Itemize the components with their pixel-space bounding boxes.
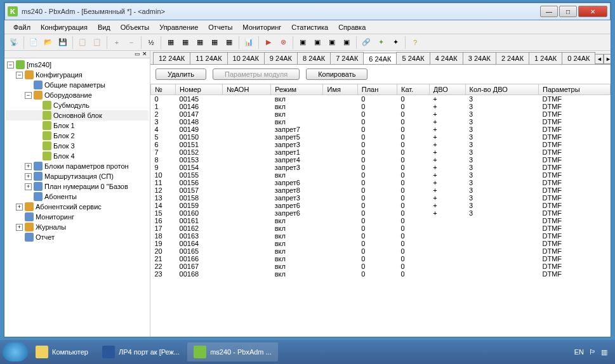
menu-Объекты[interactable]: Объекты: [116, 22, 154, 33]
table-wrap[interactable]: №Номер№АОНРежимИмяПланКат.ДВОКол-во ДВОП…: [150, 84, 611, 337]
sort-icon[interactable]: ½: [144, 36, 158, 49]
grid2-icon[interactable]: ▦: [178, 36, 192, 49]
tree-mainblock[interactable]: Основной блок: [53, 112, 102, 119]
tree-bpp[interactable]: Блоки параметров протон: [44, 162, 129, 170]
expand-icon[interactable]: +: [25, 173, 32, 180]
chart-icon[interactable]: 📊: [242, 36, 256, 49]
win4-icon[interactable]: ▣: [340, 36, 354, 49]
col-header[interactable]: ДВО: [429, 84, 465, 95]
tab[interactable]: 0 24АК: [562, 52, 595, 64]
tree-sub[interactable]: Субмодуль: [53, 101, 89, 109]
start-button[interactable]: [3, 342, 28, 361]
col-header[interactable]: Номер: [176, 84, 223, 95]
language-indicator[interactable]: EN: [574, 348, 584, 356]
tree-root[interactable]: [ms240]: [27, 61, 51, 68]
paste-icon[interactable]: 📋: [90, 36, 104, 49]
expand-icon[interactable]: +: [25, 183, 32, 190]
tab[interactable]: 11 24АК: [190, 52, 227, 64]
col-header[interactable]: Имя: [323, 84, 357, 95]
tool-icon[interactable]: 📡: [7, 36, 21, 49]
tree[interactable]: −[ms240] −Конфигурация Общие параметры −…: [4, 58, 150, 244]
win3-icon[interactable]: ▣: [325, 36, 339, 49]
save-icon[interactable]: 💾: [56, 36, 70, 49]
col-header[interactable]: Кат.: [397, 84, 430, 95]
tab[interactable]: 6 24АК: [363, 53, 397, 65]
close-button[interactable]: ✕: [578, 6, 607, 17]
tab[interactable]: 1 24АК: [529, 52, 562, 64]
table-row[interactable]: 2000165вкл00DTMF: [151, 247, 611, 255]
menu-Мониторинг[interactable]: Мониторинг: [237, 22, 286, 33]
task-computer[interactable]: Компьютер: [29, 342, 95, 361]
grid5-icon[interactable]: ▦: [222, 36, 236, 49]
tree-rep[interactable]: Отчет: [36, 233, 55, 241]
col-header[interactable]: №АОН: [222, 84, 270, 95]
tree-config[interactable]: Конфигурация: [36, 71, 83, 79]
table-row[interactable]: 300148вкл00+3DTMF: [151, 118, 611, 126]
tab[interactable]: 9 24АК: [264, 52, 298, 64]
task-pbxadm[interactable]: ms240 - PbxAdm ...: [187, 342, 278, 361]
delete-button[interactable]: Удалить: [155, 68, 206, 80]
col-header[interactable]: Кол-во ДВО: [465, 84, 538, 95]
run-icon[interactable]: ▶: [261, 36, 275, 49]
menu-Отчеты[interactable]: Отчеты: [203, 22, 237, 33]
table-row[interactable]: 1800163вкл00DTMF: [151, 232, 611, 240]
tree-equip[interactable]: Оборудование: [44, 91, 92, 99]
tree-jrn[interactable]: Журналы: [36, 223, 66, 231]
table-row[interactable]: 1400159запрет600+3DTMF: [151, 202, 611, 209]
tree-block2[interactable]: Блок 2: [53, 132, 75, 140]
collapse-icon[interactable]: −: [16, 72, 23, 79]
col-header[interactable]: Параметры: [538, 84, 610, 95]
menu-Вид[interactable]: Вид: [93, 22, 116, 33]
menu-Справка[interactable]: Справка: [333, 22, 371, 33]
add-icon[interactable]: +: [110, 36, 124, 49]
minimize-button[interactable]: —: [540, 6, 558, 17]
tab-next[interactable]: ►: [604, 54, 611, 64]
collapse-icon[interactable]: −: [7, 62, 14, 68]
table-row[interactable]: 800153запрет400+3DTMF: [151, 156, 611, 164]
tree-abon[interactable]: Абоненты: [44, 193, 77, 200]
tree-mon[interactable]: Мониторинг: [36, 213, 74, 221]
menu-Статистика[interactable]: Статистика: [286, 22, 333, 33]
copy-button[interactable]: Копировать: [306, 68, 367, 80]
tab[interactable]: 10 24АК: [227, 52, 265, 64]
maximize-button[interactable]: □: [559, 6, 577, 17]
table-row[interactable]: 1700162вкл00DTMF: [151, 224, 611, 232]
tree-block3[interactable]: Блок 3: [53, 142, 75, 150]
tab[interactable]: 2 24АК: [496, 52, 529, 64]
table-row[interactable]: 600151запрет300+3DTMF: [151, 141, 611, 148]
menu-Конфигурация[interactable]: Конфигурация: [36, 22, 93, 33]
grid3-icon[interactable]: ▦: [193, 36, 207, 49]
table-row[interactable]: 1100156запрет600+3DTMF: [151, 179, 611, 186]
tab[interactable]: 8 24АК: [297, 52, 331, 64]
expand-icon[interactable]: +: [16, 224, 23, 231]
tree-plan[interactable]: План нумерации 0 "Базов: [44, 183, 128, 190]
table-row[interactable]: 100146вкл00+3DTMF: [151, 103, 611, 110]
tab[interactable]: 5 24АК: [396, 52, 430, 64]
system-tray[interactable]: EN 🏳 ▥: [574, 348, 612, 356]
task-word[interactable]: ЛР4 порт ак [Реж...: [96, 342, 186, 361]
table-row[interactable]: 2300168вкл00DTMF: [151, 270, 611, 278]
expand-icon[interactable]: +: [16, 204, 23, 211]
table-row[interactable]: 2100166вкл00DTMF: [151, 255, 611, 263]
remove-icon[interactable]: −: [124, 36, 138, 49]
module-params-button[interactable]: Параметры модуля: [213, 68, 300, 80]
win2-icon[interactable]: ▣: [310, 36, 324, 49]
new-icon[interactable]: 📄: [27, 36, 41, 49]
network-icon[interactable]: ▥: [601, 348, 607, 356]
tab[interactable]: 12 24АК: [153, 52, 190, 64]
tree-absrv[interactable]: Абонентский сервис: [36, 203, 102, 211]
menu-Файл[interactable]: Файл: [8, 22, 36, 33]
tab[interactable]: 3 24АК: [463, 52, 496, 64]
table-row[interactable]: 2200167вкл00DTMF: [151, 263, 611, 270]
tool2-icon[interactable]: ✦: [374, 36, 388, 49]
table-row[interactable]: 1000155вкл00+3DTMF: [151, 171, 611, 179]
table-row[interactable]: 1300158запрет300+3DTMF: [151, 194, 611, 202]
table-row[interactable]: 400149запрет700+3DTMF: [151, 126, 611, 133]
tab[interactable]: 4 24АК: [430, 52, 463, 64]
tool3-icon[interactable]: ✦: [388, 36, 402, 49]
tree-common[interactable]: Общие параметры: [44, 81, 105, 89]
table-row[interactable]: 1600161вкл00DTMF: [151, 217, 611, 224]
col-header[interactable]: №: [151, 84, 176, 95]
table-row[interactable]: 500150запрет500+3DTMF: [151, 133, 611, 141]
win1-icon[interactable]: ▣: [296, 36, 310, 49]
